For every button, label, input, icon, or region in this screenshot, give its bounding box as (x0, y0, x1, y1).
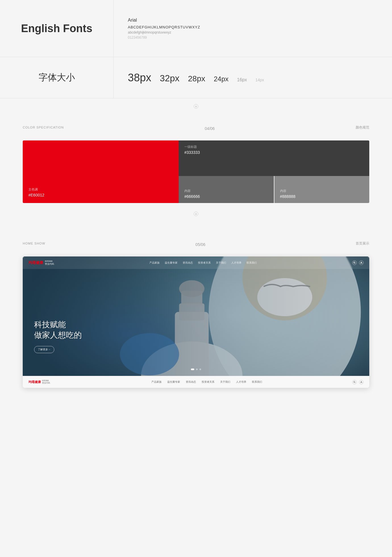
divider-1 (0, 98, 392, 114)
color-spec-header: COLOR SPECIFICATION 04/06 颜色规范 (23, 123, 369, 132)
nav-logo: 均瑶健康 605388营业代码 (28, 260, 54, 265)
font-name: Arial (128, 18, 378, 23)
footer-user-icon[interactable] (359, 380, 364, 384)
footer-links: 产品家族 益生菌专家 资讯动态 投资者关系 关于我们 人才培养 联系我们 (61, 380, 352, 384)
nav-icons (352, 260, 364, 265)
font-sizes-container: 38px 32px 28px 24px 16px 14px (128, 72, 378, 84)
swatch-lightgray-label: 内容 (280, 189, 364, 193)
swatch-dark-hex: #333333 (184, 150, 364, 155)
footer-search-icon[interactable] (352, 380, 357, 384)
divider-2 (0, 206, 392, 222)
color-spec-inner: COLOR SPECIFICATION 04/06 颜色规范 主色调 #E600… (0, 114, 392, 203)
dot-3[interactable] (199, 368, 201, 370)
fonts-section-right: Arial ABCDEFGHIJKLMNOPQRSTUVWXYZ abcdefg… (114, 0, 392, 57)
size-24px: 24px (214, 75, 229, 83)
swatch-lightgray-hex: #888888 (280, 194, 364, 199)
color-specification-section: COLOR SPECIFICATION 04/06 颜色规范 主色调 #E600… (0, 114, 392, 206)
nav-link-2: 益生菌专家 (165, 261, 178, 265)
size-32px: 32px (160, 73, 179, 84)
size-28px: 28px (188, 74, 205, 83)
swatch-right-group: 一级标题 #333333 内容 #666666 内容 #888888 (179, 140, 369, 203)
logo-main-text: 均瑶健康 (28, 260, 43, 265)
swatch-red-hex: #E60012 (28, 193, 173, 197)
website-mockup: 均瑶健康 605388营业代码 产品家族 益生菌专家 资讯动态 投资者关系 关于… (23, 256, 369, 388)
footer-link-7: 联系我们 (252, 380, 262, 384)
svg-point-11 (354, 262, 355, 263)
color-spec-label-right: 颜色规范 (356, 125, 369, 130)
hero-learn-more-button[interactable]: 了解更多→ (34, 346, 54, 353)
font-uppercase: ABCDEFGHIJKLMNOPQRSTUVWXYZ (128, 25, 378, 29)
nav-link-4: 投资者关系 (198, 261, 211, 265)
swatch-bottom-group: 内容 #666666 内容 #888888 (179, 176, 369, 203)
page-wrapper: English Fonts Arial ABCDEFGHIJKLMNOPQRST… (0, 0, 392, 399)
home-show-label-left: HOME SHOW (23, 242, 45, 245)
footer-link-4: 投资者关系 (202, 380, 214, 384)
size-16px: 16px (237, 77, 247, 82)
home-show-number: 05/06 (195, 239, 205, 248)
mockup-hero: 均瑶健康 605388营业代码 产品家族 益生菌专家 资讯动态 投资者关系 关于… (23, 256, 369, 376)
dot-2[interactable] (196, 368, 198, 370)
swatch-red-label: 主色调 (28, 187, 173, 192)
nav-link-5: 关于我们 (216, 261, 226, 265)
nav-link-7: 联系我们 (247, 261, 257, 265)
nav-links: 产品家族 益生菌专家 资讯动态 投资者关系 关于我们 人才培养 联系我们 (149, 261, 257, 265)
swatch-dark-label: 一级标题 (184, 145, 364, 149)
footer-link-3: 资讯动态 (186, 380, 196, 384)
footer-logo-sub: 605388营业代码 (42, 380, 50, 384)
footer-link-6: 人才培养 (236, 380, 246, 384)
size-38px: 38px (128, 72, 151, 84)
home-show-number-group: 05/06 (195, 239, 205, 248)
english-fonts-title: English Fonts (21, 22, 92, 35)
svg-point-14 (354, 381, 355, 382)
hero-overlay (23, 256, 369, 376)
color-swatches: 主色调 #E60012 一级标题 #333333 内容 #666666 (23, 140, 369, 203)
size-14px: 14px (255, 78, 264, 82)
hero-title: 科技赋能 做家人想吃的 (34, 320, 82, 340)
hero-carousel-dots (191, 368, 201, 370)
footer-logo-text: 均瑶健康 (28, 380, 41, 384)
footer-link-2: 益生菌专家 (167, 380, 180, 384)
nav-link-3: 资讯动态 (183, 261, 193, 265)
fonts-section-left: English Fonts (0, 0, 114, 57)
footer-icons (352, 380, 364, 384)
swatch-dark: 一级标题 #333333 (179, 140, 369, 176)
svg-line-15 (355, 382, 355, 383)
user-icon[interactable] (359, 260, 364, 265)
home-show-label-right: 首页展示 (356, 241, 369, 246)
arrow-down-icon (194, 104, 198, 109)
swatch-light-gray: 内容 #888888 (274, 176, 370, 203)
svg-point-13 (361, 262, 362, 263)
font-lowercase: abcdefghijklmnopqrstuvwxyz (128, 30, 378, 34)
dot-1[interactable] (191, 368, 194, 370)
svg-line-12 (355, 263, 355, 264)
color-spec-number-group: 04/06 (205, 123, 215, 132)
swatch-midgray-hex: #666666 (184, 194, 268, 199)
svg-point-16 (361, 381, 362, 382)
color-spec-number: 04/06 (205, 123, 215, 132)
fontsizes-section-left: 字体大小 (0, 57, 114, 98)
hero-content: 科技赋能 做家人想吃的 了解更多→ (34, 320, 82, 353)
mockup-footer: 均瑶健康 605388营业代码 产品家族 益生菌专家 资讯动态 投资者关系 关于… (23, 376, 369, 388)
english-fonts-section: English Fonts Arial ABCDEFGHIJKLMNOPQRST… (0, 0, 392, 57)
footer-logo: 均瑶健康 605388营业代码 (28, 380, 50, 384)
fontsizes-section-right: 38px 32px 28px 24px 16px 14px (114, 57, 392, 98)
home-show-header: HOME SHOW 05/06 首页展示 (23, 239, 369, 248)
spacer-1 (0, 222, 392, 230)
color-spec-label-left: COLOR SPECIFICATION (23, 126, 64, 129)
search-icon[interactable] (352, 260, 357, 265)
font-numbers: 0123456789 (128, 36, 378, 40)
swatch-red: 主色调 #E60012 (23, 140, 179, 203)
nav-link-1: 产品家族 (149, 261, 160, 265)
arrow-down-icon-2 (194, 212, 198, 216)
logo-sub-text: 605388营业代码 (45, 260, 54, 265)
footer-link-1: 产品家族 (151, 380, 162, 384)
fontsizes-title: 字体大小 (39, 71, 75, 84)
home-show-section: HOME SHOW 05/06 首页展示 (0, 230, 392, 399)
swatch-mid-gray: 内容 #666666 (179, 176, 274, 203)
font-sizes-section: 字体大小 38px 32px 28px 24px 16px 14px (0, 57, 392, 98)
mockup-nav: 均瑶健康 605388营业代码 产品家族 益生菌专家 资讯动态 投资者关系 关于… (23, 256, 369, 269)
home-show-inner: HOME SHOW 05/06 首页展示 (0, 230, 392, 388)
footer-link-5: 关于我们 (220, 380, 230, 384)
nav-link-6: 人才培养 (231, 261, 241, 265)
swatch-midgray-label: 内容 (184, 189, 268, 193)
